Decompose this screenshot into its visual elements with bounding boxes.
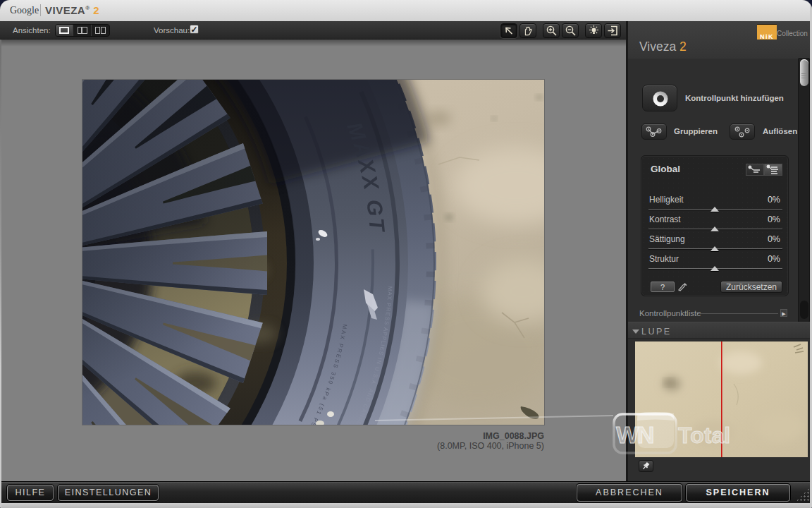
svg-text:Total: Total [678,423,730,448]
svg-text:WN: WN [616,421,653,448]
